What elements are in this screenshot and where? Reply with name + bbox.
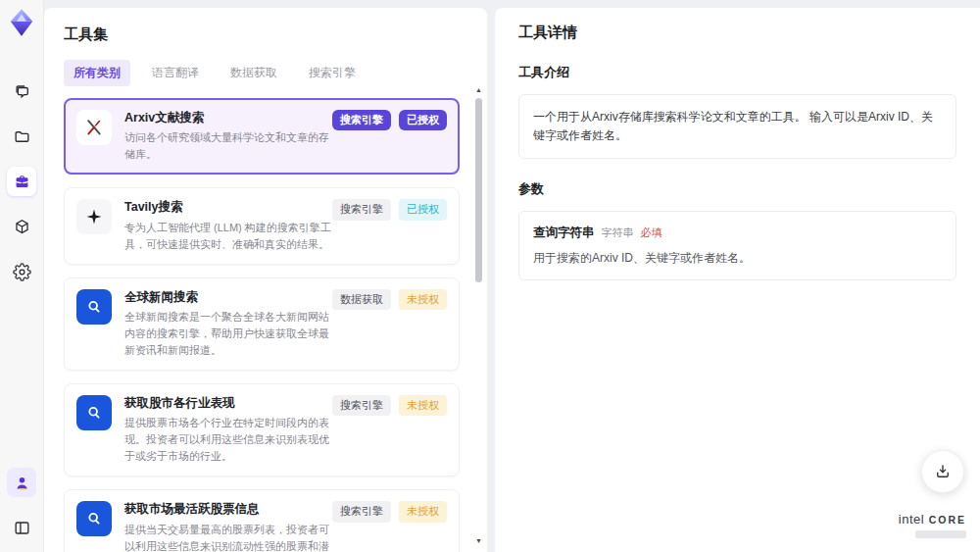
sidebar — [0, 0, 44, 552]
collapse-panel-button[interactable] — [7, 513, 36, 542]
tab-translation[interactable]: 语言翻译 — [142, 60, 209, 86]
category-badge: 搜索引擎 — [332, 395, 391, 416]
tool-description: 专为人工智能代理 (LLM) 构建的搜索引擎工具，可快速提供实时、准确和真实的结… — [124, 220, 332, 253]
news-search-icon — [76, 289, 112, 325]
app-logo-icon — [7, 8, 36, 37]
intel-core-logo: intel CORE — [899, 510, 966, 538]
download-icon — [934, 463, 952, 480]
tab-data-fetch[interactable]: 数据获取 — [220, 60, 287, 86]
tool-name: 获取市场最活跃股票信息 — [124, 501, 332, 517]
category-badge: 数据获取 — [332, 289, 391, 310]
news-search-icon — [76, 395, 112, 430]
intel-brand-text: intel — [899, 512, 924, 527]
tool-card-active-stocks[interactable]: 获取市场最活跃股票信息 提供当天交易量最高的股票列表，投资者可以利用这些信息来识… — [64, 489, 460, 552]
sidebar-item-packages[interactable] — [7, 212, 36, 241]
status-badge: 已授权 — [399, 110, 447, 130]
scroll-up-arrow[interactable]: ▲ — [474, 86, 483, 93]
user-icon — [13, 474, 31, 492]
param-card: 查询字符串 字符串 必填 用于搜索的Arxiv ID、关键字或作者姓名。 — [518, 211, 956, 280]
download-button[interactable] — [921, 450, 964, 493]
intel-core-text: CORE — [929, 514, 966, 526]
status-badge: 未授权 — [399, 395, 447, 416]
tool-name: Arxiv文献搜索 — [124, 110, 332, 125]
sidebar-item-files[interactable] — [7, 122, 36, 151]
detail-title: 工具详情 — [518, 24, 956, 42]
params-heading: 参数 — [518, 180, 956, 198]
tab-search-engine[interactable]: 搜索引擎 — [299, 60, 366, 86]
sidebar-item-chat[interactable] — [7, 76, 36, 106]
gear-icon — [13, 263, 31, 281]
intro-heading: 工具介绍 — [518, 64, 956, 81]
tool-detail-panel: 工具详情 工具介绍 一个用于从Arxiv存储库搜索科学论文和文章的工具。 输入可… — [495, 8, 980, 552]
tool-name: 全球新闻搜索 — [124, 289, 332, 305]
intel-tagline-blur — [915, 530, 966, 538]
tool-description: 访问各个研究领域大量科学论文和文章的存储库。 — [124, 129, 332, 163]
param-description: 用于搜索的Arxiv ID、关键字或作者姓名。 — [533, 250, 942, 267]
briefcase-icon — [13, 173, 31, 191]
category-badge: 搜索引擎 — [332, 501, 391, 522]
sidebar-item-tools[interactable] — [7, 167, 36, 196]
tool-list: Arxiv文献搜索 访问各个研究领域大量科学论文和文章的存储库。 搜索引擎 已授… — [64, 98, 469, 552]
scroll-down-arrow[interactable]: ▼ — [474, 537, 483, 544]
tool-card-arxiv[interactable]: Arxiv文献搜索 访问各个研究领域大量科学论文和文章的存储库。 搜索引擎 已授… — [64, 98, 460, 175]
tool-card-tavily[interactable]: Tavily搜索 专为人工智能代理 (LLM) 构建的搜索引擎工具，可快速提供实… — [64, 187, 460, 264]
param-type: 字符串 — [602, 226, 634, 240]
status-badge: 未授权 — [399, 289, 447, 310]
status-badge: 已授权 — [399, 199, 447, 220]
news-search-icon — [76, 501, 112, 536]
chat-icon — [13, 82, 31, 101]
tool-card-sector-performance[interactable]: 获取股市各行业表现 提供股票市场各个行业在特定时间段内的表现。投资者可以利用这些… — [64, 383, 460, 477]
tool-description: 提供当天交易量最高的股票列表，投资者可以利用这些信息来识别流动性强的股票和潜在的… — [124, 522, 332, 552]
tool-description: 全球新闻搜索是一个聚合全球各大新闻网站内容的搜索引擎，帮助用户快速获取全球最新资… — [124, 309, 332, 359]
param-name: 查询字符串 — [533, 225, 595, 241]
category-badge: 搜索引擎 — [332, 199, 391, 220]
scrollbar-thumb[interactable] — [475, 98, 482, 282]
cube-icon — [13, 218, 31, 236]
status-badge: 未授权 — [399, 501, 447, 522]
user-avatar[interactable] — [7, 468, 36, 497]
intro-card: 一个用于从Arxiv存储库搜索科学论文和文章的工具。 输入可以是Arxiv ID… — [518, 94, 956, 159]
tavily-star-icon — [76, 199, 112, 234]
list-scrollbar[interactable]: ▲ ▼ — [474, 86, 483, 544]
tool-list-panel: 工具集 所有类别 语言翻译 数据获取 搜索引擎 Arxiv文献搜索 访问 — [44, 8, 487, 552]
tool-card-global-news[interactable]: 全球新闻搜索 全球新闻搜索是一个聚合全球各大新闻网站内容的搜索引擎，帮助用户快速… — [64, 277, 460, 371]
category-tabs: 所有类别 语言翻译 数据获取 搜索引擎 — [64, 60, 469, 86]
tool-name: 获取股市各行业表现 — [124, 395, 332, 411]
intro-text: 一个用于从Arxiv存储库搜索科学论文和文章的工具。 输入可以是Arxiv ID… — [533, 108, 942, 145]
category-badge: 搜索引擎 — [332, 110, 391, 130]
param-required-badge: 必填 — [641, 226, 662, 240]
tool-description: 提供股票市场各个行业在特定时间段内的表现。投资者可以利用这些信息来识别表现优于或… — [124, 415, 332, 465]
folder-icon — [13, 127, 31, 146]
tab-all-categories[interactable]: 所有类别 — [64, 60, 130, 86]
sidebar-item-settings[interactable] — [7, 257, 36, 286]
tool-name: Tavily搜索 — [124, 199, 332, 215]
page-title: 工具集 — [64, 25, 469, 44]
panel-toggle-icon — [13, 519, 31, 537]
arxiv-logo-icon — [76, 110, 112, 145]
